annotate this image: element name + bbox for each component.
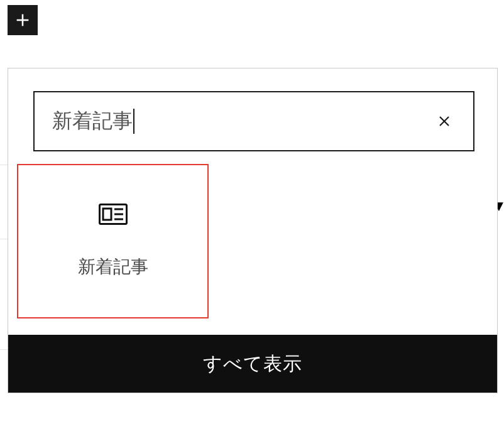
bg-row-divider	[0, 239, 8, 239]
search-input[interactable]: 新着記事	[52, 107, 134, 135]
svg-rect-5	[103, 209, 111, 220]
bg-row-divider	[0, 165, 8, 165]
clear-search-button[interactable]	[430, 107, 458, 135]
bg-row-divider	[0, 349, 8, 350]
block-item-latest-posts[interactable]: 新着記事	[17, 164, 209, 318]
search-results: 新着記事	[8, 151, 497, 335]
block-item-label: 新着記事	[78, 255, 148, 279]
block-inserter-popover: 新着記事 新着記事 すべて	[8, 68, 498, 393]
bg-dropdown-caret	[498, 197, 504, 212]
search-row: 新着記事	[8, 68, 497, 151]
close-icon	[437, 114, 452, 129]
show-all-label: すべて表示	[203, 351, 302, 377]
show-all-button[interactable]: すべて表示	[8, 335, 497, 393]
latest-posts-icon	[99, 204, 128, 225]
plus-icon	[14, 11, 31, 29]
search-box[interactable]: 新着記事	[33, 91, 474, 151]
add-block-button[interactable]	[8, 5, 38, 35]
